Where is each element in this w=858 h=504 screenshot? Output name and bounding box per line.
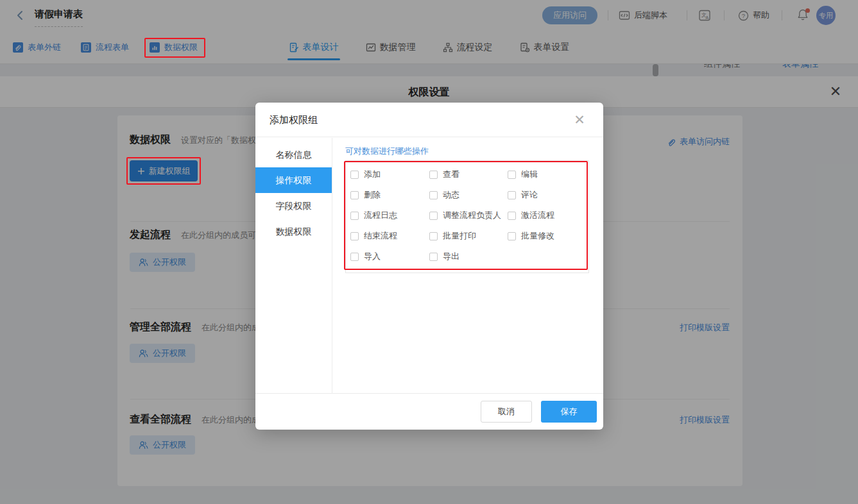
checkbox-label: 导入 [364,251,381,262]
operation-item: 动态 [429,189,508,201]
operation-item: 添加 [350,169,429,180]
operation-item: 批量打印 [429,230,508,242]
checkbox[interactable] [350,171,359,179]
checkbox[interactable] [429,232,438,240]
operation-item: 查看 [429,169,508,180]
checkbox-label: 动态 [443,189,459,201]
checkbox[interactable] [350,253,359,261]
checkbox-label: 导出 [443,251,459,262]
nav-item-field-permission[interactable]: 字段权限 [255,193,332,219]
checkbox[interactable] [429,191,438,199]
operation-item: 激活流程 [508,210,585,221]
close-icon[interactable]: ✕ [571,112,588,128]
checkbox-label: 批量打印 [443,230,476,242]
checkbox-label: 查看 [443,169,459,180]
checkbox[interactable] [508,212,516,220]
cancel-button[interactable]: 取消 [481,401,532,423]
dialog-footer: 取消 保存 [255,393,603,430]
operation-item: 编辑 [508,169,585,180]
checkbox[interactable] [508,171,516,179]
dialog-header: 添加权限组 ✕ [255,103,603,137]
checkbox-label: 删除 [364,189,381,201]
content-title: 可对数据进行哪些操作 [345,146,429,157]
checkbox-label: 激活流程 [521,210,554,221]
checkbox[interactable] [350,212,359,220]
app-window: 请假申请表 应用访问 后端脚本 文A ? 帮助 [0,0,858,504]
nav-item-operation-permission[interactable]: 操作权限 [255,167,332,193]
checkbox-label: 添加 [364,169,381,180]
operation-item: 调整流程负责人 [429,210,508,221]
operation-item: 结束流程 [350,230,429,242]
add-permission-group-dialog: 添加权限组 ✕ 名称信息 操作权限 字段权限 数据权限 可对数据进行哪些操作 添… [255,103,603,430]
nav-item-name-info[interactable]: 名称信息 [255,142,332,167]
checkbox[interactable] [508,232,516,240]
checkbox[interactable] [508,191,516,199]
operation-item: 删除 [350,189,429,201]
checkbox[interactable] [350,191,359,199]
checkbox-label: 流程日志 [364,210,397,221]
checkbox-label: 批量修改 [521,230,554,242]
operations-box: 添加 查看 编辑 删除 动态 评论 流程日志 调整流程负责人 激活流程 结束流程… [345,160,589,273]
checkbox-label: 编辑 [521,169,538,180]
checkbox[interactable] [429,171,438,179]
nav-item-data-permission[interactable]: 数据权限 [255,219,332,244]
operation-item: 导出 [429,251,508,262]
dialog-nav: 名称信息 操作权限 字段权限 数据权限 [255,138,332,393]
operation-item: 流程日志 [350,210,429,221]
checkbox[interactable] [429,253,438,261]
operation-item: 批量修改 [508,230,585,242]
operation-item: 导入 [350,251,429,262]
operation-item: 评论 [508,189,585,201]
dialog-body: 名称信息 操作权限 字段权限 数据权限 可对数据进行哪些操作 添加 查看 编辑 … [255,138,603,393]
checkbox[interactable] [429,212,438,220]
checkbox-label: 评论 [521,189,538,201]
checkbox-label: 调整流程负责人 [443,210,501,221]
save-button[interactable]: 保存 [541,401,597,423]
checkbox[interactable] [350,232,359,240]
dialog-content: 可对数据进行哪些操作 添加 查看 编辑 删除 动态 评论 流程日志 调整流程负责… [333,138,603,393]
checkbox-label: 结束流程 [364,230,397,242]
dialog-title: 添加权限组 [270,114,318,126]
